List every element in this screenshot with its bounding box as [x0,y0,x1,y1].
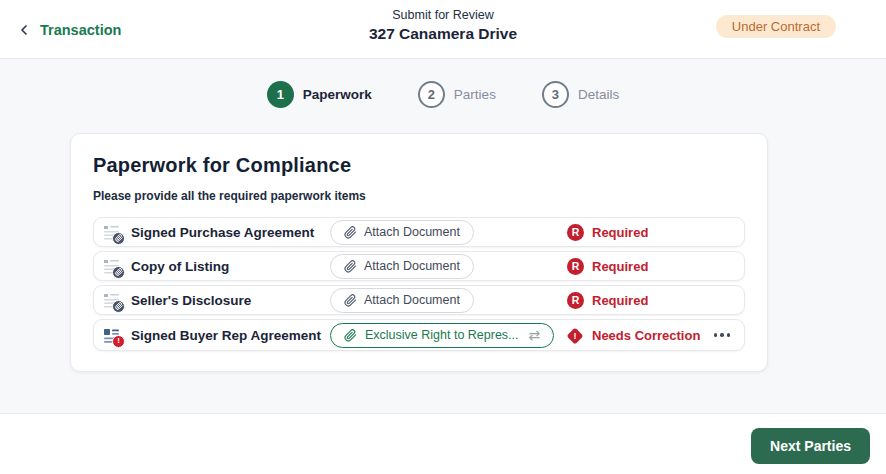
paperclip-icon [344,226,357,239]
attach-button-label: Attach Document [364,293,460,307]
document-paperclip-icon [102,290,123,311]
paperclip-badge-icon [112,300,125,313]
paperwork-row-copy-of-listing: Copy of Listing Attach Document R Requir… [93,251,745,281]
required-r-badge-icon: R [567,258,584,275]
document-paperclip-icon [102,222,123,243]
page-subtitle: Submit for Review [392,8,493,22]
paperclip-icon [344,294,357,307]
paperclip-badge-icon [112,232,125,245]
attach-document-button[interactable]: Attach Document [330,254,474,279]
paperwork-card: Paperwork for Compliance Please provide … [70,133,768,372]
document-paperclip-icon [102,256,123,277]
paperwork-row-signed-buyer-rep-agreement: ! Signed Buyer Rep Agreement Exclusive R… [93,319,745,351]
paperwork-item-title: Signed Purchase Agreement [131,225,314,240]
paperclip-badge-icon [112,266,125,279]
more-options-button[interactable] [712,329,733,341]
status-required: R Required [567,258,732,275]
attach-document-button[interactable]: Attach Document [330,220,474,245]
step-number: 1 [267,81,294,108]
attached-document-button[interactable]: Exclusive Right to Repres... ⇄ [330,323,554,348]
paperwork-item-title: Seller's Disclosure [131,293,251,308]
attach-button-label: Attach Document [364,225,460,239]
status-badge: Under Contract [716,15,836,38]
attach-button-label: Attach Document [364,259,460,273]
attach-document-button[interactable]: Attach Document [330,288,474,313]
status-label: Needs Correction [592,328,700,343]
footer-bar: Next Parties [0,413,886,474]
status-label: Required [592,293,648,308]
step-label: Paperwork [303,87,372,102]
attached-document-label: Exclusive Right to Repres... [365,328,519,342]
header-bar: Transaction Submit for Review 327 Caname… [0,0,886,59]
page-title: 327 Canamera Drive [369,25,517,43]
status-label: Required [592,259,648,274]
paperwork-list: Signed Purchase Agreement Attach Documen… [93,217,745,351]
required-r-badge-icon: R [567,224,584,241]
step-number: 2 [418,81,445,108]
card-subtitle: Please provide all the required paperwor… [93,189,745,203]
paperwork-row-signed-purchase-agreement: Signed Purchase Agreement Attach Documen… [93,217,745,247]
step-label: Details [578,87,619,102]
step-paperwork[interactable]: 1 Paperwork [267,81,372,108]
alert-badge-icon: ! [112,335,125,348]
next-parties-button[interactable]: Next Parties [751,428,870,464]
step-number: 3 [542,81,569,108]
step-label: Parties [454,87,496,102]
required-r-badge-icon: R [567,292,584,309]
paperclip-icon [344,260,357,273]
status-label: Required [592,225,648,240]
document-alert-icon: ! [102,325,123,346]
paperwork-row-sellers-disclosure: Seller's Disclosure Attach Document R Re… [93,285,745,315]
status-needs-correction: ! Needs Correction [567,328,732,343]
step-parties[interactable]: 2 Parties [418,81,496,108]
paperclip-icon [344,329,357,342]
paperwork-item-title: Signed Buyer Rep Agreement [131,328,321,343]
step-details[interactable]: 3 Details [542,81,619,108]
status-required: R Required [567,224,732,241]
paperwork-item-title: Copy of Listing [131,259,229,274]
stepper: 1 Paperwork 2 Parties 3 Details [0,81,886,108]
status-required: R Required [567,292,732,309]
swap-icon[interactable]: ⇄ [529,328,541,342]
alert-diamond-icon: ! [567,328,584,345]
card-title: Paperwork for Compliance [93,154,745,177]
